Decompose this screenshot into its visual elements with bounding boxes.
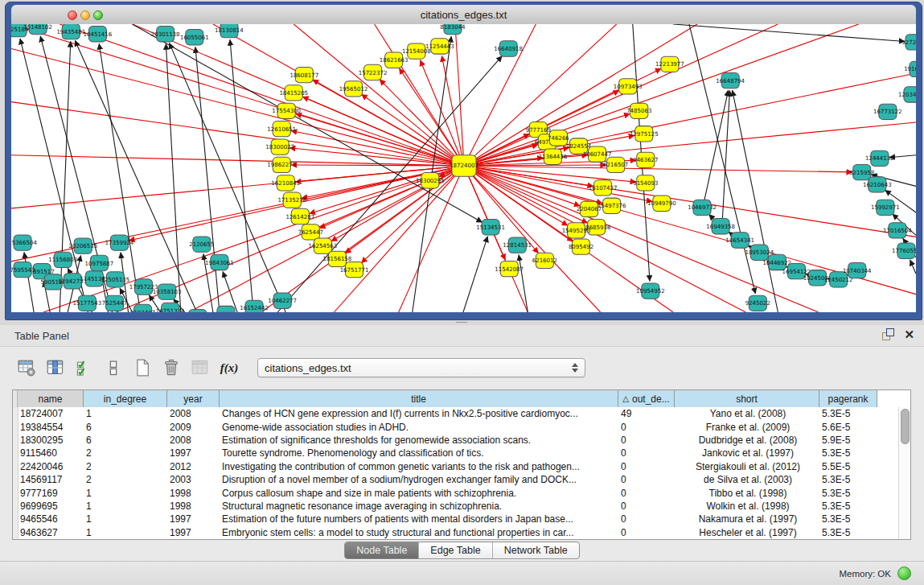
graph-node[interactable]: 10949790 — [647, 196, 676, 211]
graph-node[interactable]: 9154093 — [633, 175, 658, 191]
graph-node[interactable]: 25366504 — [11, 235, 37, 250]
graph-node[interactable]: 14654341 — [725, 233, 754, 248]
table-row[interactable]: 2242004622012Investigating the contribut… — [13, 460, 910, 473]
graph-node[interactable]: 16210841 — [271, 175, 300, 191]
graph-node[interactable]: 8095492 — [569, 239, 593, 254]
tab-node-table[interactable]: Node Table — [345, 542, 419, 558]
table-row[interactable]: 911546021997Tourette syndrome. Phenomeno… — [13, 447, 910, 459]
graph-node[interactable]: 9272744 — [901, 35, 916, 50]
graph-edge[interactable] — [733, 90, 778, 312]
graph-node[interactable]: 7525447 — [102, 295, 127, 311]
graph-edge[interactable] — [24, 253, 34, 312]
graph-node[interactable]: 16107427 — [589, 180, 618, 196]
graph-hub-node[interactable]: 18724007 — [450, 155, 478, 176]
network-window-titlebar[interactable]: citations_edges.txt — [11, 5, 916, 25]
tab-network-table[interactable]: Network Table — [493, 542, 579, 558]
column-header-pagerank[interactable]: pagerank — [819, 390, 877, 407]
graph-node[interactable]: 20301138 — [151, 27, 180, 42]
graph-edge[interactable] — [722, 90, 729, 222]
table-selector-dropdown[interactable]: citations_edges.txt — [257, 358, 585, 377]
graph-node[interactable]: 11156803 — [48, 252, 77, 267]
column-header-year[interactable]: year — [167, 390, 220, 407]
graph-node[interactable]: 16949358 — [706, 219, 735, 234]
column-header-title[interactable]: title — [220, 390, 618, 407]
close-panel-icon[interactable]: ✕ — [904, 328, 914, 340]
column-header-out_degree[interactable]: △out_de... — [618, 390, 675, 407]
graph-node[interactable]: 16648794 — [716, 73, 745, 89]
table-row[interactable]: 1872400712008Changes of HCN gene express… — [13, 407, 910, 420]
graph-node[interactable]: 19843061 — [205, 254, 234, 270]
graph-edge[interactable] — [910, 260, 916, 274]
scrollbar-thumb[interactable] — [901, 409, 910, 444]
zoom-window-button[interactable] — [93, 10, 103, 20]
graph-node[interactable]: 12975125 — [630, 126, 659, 142]
rows-icon[interactable] — [101, 356, 125, 380]
graph-node[interactable]: 19862271 — [267, 157, 296, 172]
new-table-icon[interactable] — [130, 356, 154, 380]
graph-node[interactable]: 19565012 — [339, 81, 368, 97]
graph-node[interactable]: 16152442 — [240, 300, 269, 312]
graph-node[interactable]: 8183044 — [440, 24, 466, 35]
table-row[interactable]: 1938455462009Genome-wide association stu… — [13, 420, 910, 433]
graph-edge[interactable] — [464, 166, 568, 225]
graph-node[interactable]: 16773122 — [873, 104, 902, 119]
table-options-icon[interactable] — [14, 356, 39, 380]
graph-edge[interactable] — [464, 24, 859, 166]
graph-node[interactable]: 7485063 — [626, 103, 651, 118]
graph-node[interactable]: 2204067 — [577, 201, 602, 216]
graph-node[interactable]: 18198833 — [183, 309, 212, 312]
network-view-canvas[interactable]: 1825184315148102194354811045141620301138… — [11, 24, 916, 312]
graph-edge[interactable] — [361, 166, 464, 263]
column-header-name[interactable]: name — [18, 390, 84, 407]
graph-node[interactable]: 9245022 — [745, 295, 770, 311]
graph-node[interactable]: 18415205 — [279, 85, 308, 101]
table-row[interactable]: 969969511998Structural magnetic resonanc… — [13, 500, 910, 513]
graph-node[interactable]: 6216012 — [532, 253, 557, 268]
graph-edge[interactable] — [464, 73, 916, 166]
graph-node[interactable]: 7595543 — [11, 262, 35, 277]
graph-node[interactable]: 15177543 — [72, 295, 101, 311]
table-row[interactable]: 946362711997Embryonic stem cells: a mode… — [13, 526, 910, 539]
graph-node[interactable]: 17359924 — [105, 235, 134, 250]
vertical-scrollbar[interactable] — [898, 407, 910, 539]
graph-edge[interactable] — [11, 155, 464, 166]
graph-edge[interactable] — [291, 131, 464, 166]
graph-node[interactable]: 12614287 — [285, 208, 314, 224]
graph-node[interactable]: 19161028 — [904, 61, 916, 76]
graph-node[interactable]: 2120655 — [189, 237, 214, 252]
graph-node[interactable]: 10451416 — [84, 27, 113, 42]
graph-node[interactable]: 11542087 — [495, 261, 524, 276]
column-header-short[interactable]: short — [675, 390, 819, 407]
graph-node[interactable]: 6216507 — [603, 157, 628, 172]
graph-node[interactable]: 7625447 — [298, 225, 323, 240]
graph-node[interactable]: 17760553 — [892, 243, 916, 258]
memory-indicator[interactable] — [897, 566, 911, 580]
graph-node[interactable]: 12610651 — [267, 122, 296, 137]
graph-node[interactable]: 10973493 — [614, 79, 643, 94]
graph-node[interactable]: 18130814 — [215, 24, 244, 38]
graph-node[interactable]: 17135278 — [277, 192, 306, 208]
graph-node[interactable]: 16055061 — [180, 30, 209, 45]
graph-node[interactable]: 9193407 — [130, 304, 155, 312]
graph-node[interactable]: 12034531 — [898, 87, 916, 102]
graph-node[interactable]: 12444132 — [865, 150, 894, 166]
graph-node[interactable]: 9463627 — [633, 152, 658, 167]
table-row[interactable]: 1456911722003Disruption of a novel membe… — [13, 473, 910, 486]
graph-edge[interactable] — [60, 24, 464, 166]
delete-table-icon[interactable] — [159, 356, 183, 380]
close-window-button[interactable] — [68, 10, 77, 20]
table-row[interactable]: 946554611997Estimation of the future num… — [13, 513, 910, 525]
function-builder-icon[interactable]: f(x) — [217, 356, 241, 380]
table-row[interactable]: 977716911998Corpus callosum shape and si… — [13, 486, 910, 499]
graph-node[interactable]: 10954952 — [636, 283, 665, 299]
graph-node[interactable]: 10975887 — [85, 255, 114, 270]
row-selection-icon[interactable] — [72, 356, 97, 380]
graph-node[interactable]: 15992971 — [871, 200, 900, 215]
graph-node[interactable]: 15148102 — [23, 24, 52, 35]
graph-edge[interactable] — [195, 47, 220, 312]
graph-edge[interactable] — [230, 39, 253, 312]
graph-edge[interactable] — [673, 24, 905, 41]
graph-node[interactable]: 15722372 — [359, 64, 388, 80]
graph-edge[interactable] — [277, 56, 502, 312]
graph-node[interactable]: 15497376 — [598, 198, 626, 213]
